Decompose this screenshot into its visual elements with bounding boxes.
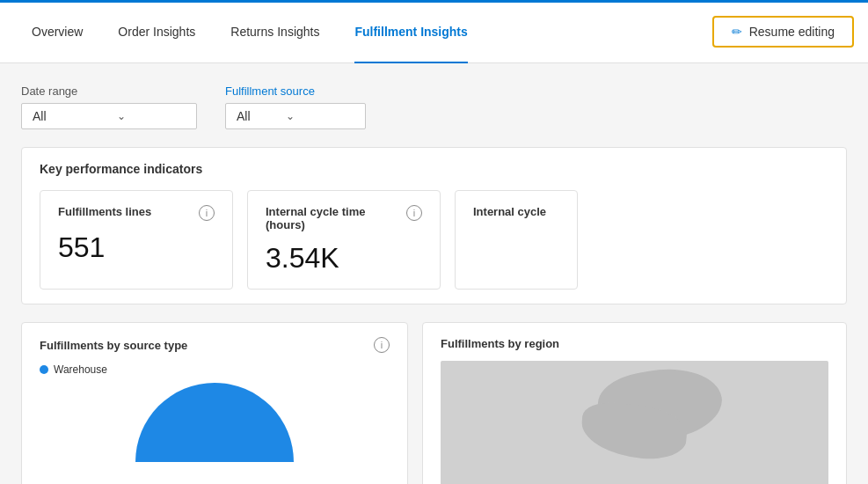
chart-title-row-region: Fulfillments by region — [441, 337, 828, 350]
info-icon-fulfillment-lines[interactable]: i — [199, 205, 215, 221]
fulfillment-source-label: Fulfillment source — [225, 84, 366, 98]
kpi-card-header-2: Internal cycle time (hours) i — [266, 205, 422, 231]
kpi-section: Key performance indicators Fulfillments … — [21, 147, 847, 304]
fulfillment-source-select[interactable]: All ⌄ — [225, 103, 366, 129]
date-range-select[interactable]: All ⌄ — [21, 103, 197, 129]
info-icon-internal-cycle-time[interactable]: i — [406, 205, 422, 221]
tab-fulfillment-insights[interactable]: Fulfillment Insights — [337, 0, 485, 63]
tab-returns-insights[interactable]: Returns Insights — [213, 0, 337, 63]
chart-title-row-source: Fulfillments by source type i — [40, 337, 390, 353]
main-content: Date range All ⌄ Fulfillment source All … — [0, 63, 868, 484]
info-icon-source-type[interactable]: i — [374, 337, 390, 353]
kpi-card-header-3: Internal cycle — [473, 205, 559, 218]
nav-bar: Overview Order Insights Returns Insights… — [0, 0, 868, 63]
fulfillments-by-source-type-card: Fulfillments by source type i Warehouse — [21, 322, 408, 484]
fulfillments-by-region-card: Fulfillments by region — [422, 322, 847, 484]
bottom-charts-row: Fulfillments by source type i Warehouse — [21, 322, 847, 484]
date-range-label: Date range — [21, 84, 197, 98]
tab-order-insights[interactable]: Order Insights — [100, 0, 213, 63]
resume-editing-button[interactable]: ✏ Resume editing — [712, 16, 854, 48]
nav-tabs: Overview Order Insights Returns Insights… — [14, 0, 485, 62]
kpi-section-title: Key performance indicators — [40, 162, 828, 176]
kpi-card-internal-cycle-time: Internal cycle time (hours) i 3.54K — [247, 190, 441, 290]
chart-title-source-type: Fulfillments by source type — [40, 339, 187, 352]
legend-warehouse: Warehouse — [40, 363, 390, 376]
kpi-label-fulfillment-lines: Fulfillments lines — [58, 205, 151, 218]
pie-chart-area — [40, 383, 390, 480]
pie-chart — [127, 383, 303, 480]
kpi-card-fulfillment-lines: Fulfillments lines i 551 — [40, 190, 233, 290]
kpi-value-internal-cycle-time: 3.54K — [266, 242, 422, 275]
filter-row: Date range All ⌄ Fulfillment source All … — [21, 84, 847, 129]
kpi-label-internal-cycle-partial: Internal cycle — [473, 205, 546, 218]
kpi-card-internal-cycle-partial: Internal cycle — [455, 190, 578, 290]
svg-point-0 — [135, 383, 294, 480]
tab-overview[interactable]: Overview — [14, 0, 100, 63]
kpi-value-fulfillment-lines: 551 — [58, 231, 215, 264]
chart-title-region: Fulfillments by region — [441, 337, 559, 350]
kpi-cards: Fulfillments lines i 551 Internal cycle … — [40, 190, 828, 290]
fulfillment-source-chevron-icon: ⌄ — [286, 110, 295, 122]
map-placeholder — [441, 361, 828, 484]
kpi-card-header-1: Fulfillments lines i — [58, 205, 215, 221]
fulfillment-source-filter: Fulfillment source All ⌄ — [225, 84, 366, 129]
legend-dot-warehouse — [40, 365, 48, 374]
date-range-filter: Date range All ⌄ — [21, 84, 197, 129]
date-range-chevron-icon: ⌄ — [117, 110, 126, 122]
kpi-label-internal-cycle-time: Internal cycle time (hours) — [266, 205, 406, 231]
pencil-icon: ✏ — [732, 25, 742, 39]
